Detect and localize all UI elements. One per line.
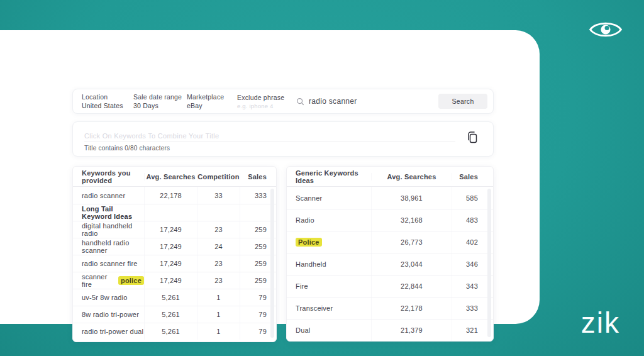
table-header-row: Generic Keywords IdeasAvg. SearchesSales — [287, 167, 493, 187]
table-row[interactable]: scanner fire police17,24923259 — [73, 272, 276, 289]
value-cell: 33 — [197, 187, 240, 204]
keyword-cell[interactable]: radio tri-power dual — [73, 323, 144, 340]
title-builder-panel: Click On Keywords To Combine Your Title … — [72, 121, 494, 157]
keyword-cell[interactable]: Transceiver — [287, 298, 371, 319]
highlighted-keyword: Police — [296, 238, 322, 247]
search-button[interactable]: Search — [438, 94, 487, 109]
filter-bar: Location United States Sale date range 3… — [72, 89, 494, 114]
field-label: Marketplace — [187, 93, 237, 101]
table-row[interactable]: Dual21,379321 — [287, 319, 493, 341]
keyword-cell[interactable]: Fire — [287, 275, 371, 297]
highlighted-keyword: police — [118, 276, 144, 285]
value-cell: 23 — [197, 272, 240, 289]
search-icon — [296, 97, 304, 106]
value-cell: 21,379 — [371, 320, 452, 341]
scrollbar[interactable] — [270, 189, 274, 338]
table-row[interactable]: Transceiver22,178333 — [287, 297, 493, 319]
value-cell: 26,773 — [371, 231, 452, 253]
field-value: eBay — [187, 102, 237, 109]
keyword-cell[interactable]: Handheld — [287, 253, 371, 275]
table-row[interactable]: handheld radio scanner17,24924259 — [73, 238, 276, 255]
table-row[interactable]: uv-5r 8w radio5,261179 — [73, 289, 276, 306]
value-cell: 24 — [197, 238, 240, 255]
field-value: 30 Days — [133, 102, 187, 109]
keyword-cell[interactable]: radio scanner — [73, 187, 144, 204]
value-cell: 17,249 — [144, 221, 197, 238]
value-cell: 22,178 — [144, 187, 197, 204]
field-value: United States — [82, 102, 133, 109]
value-cell — [144, 204, 197, 221]
keyword-cell[interactable]: Police — [287, 231, 371, 253]
field-label: Sale date range — [133, 93, 187, 101]
column-header: Competition — [197, 173, 240, 181]
value-cell: 17,249 — [144, 255, 197, 272]
keyword-cell[interactable]: Scanner — [287, 187, 371, 209]
value-cell: 23 — [197, 255, 240, 272]
section-row: Long Tail Keyword Ideas — [73, 204, 276, 221]
marketplace-filter[interactable]: Marketplace eBay — [187, 93, 237, 109]
search-input[interactable]: radio scanner — [309, 97, 357, 106]
keyword-cell[interactable]: uv-5r 8w radio — [73, 289, 144, 306]
generic-keywords-table: Generic Keywords IdeasAvg. SearchesSales… — [286, 166, 494, 342]
table-row[interactable]: radio scanner22,17833333 — [73, 187, 276, 204]
value-cell: 5,261 — [144, 306, 197, 323]
value-cell: 22,178 — [371, 298, 452, 319]
field-label: Exclude phrase — [237, 94, 292, 101]
title-builder-input[interactable]: Click On Keywords To Combine Your Title — [84, 130, 455, 142]
value-cell: 32,168 — [371, 209, 452, 231]
keyword-cell[interactable]: Radio — [287, 209, 371, 231]
column-header: Avg. Searches — [144, 173, 197, 181]
table-row[interactable]: Scanner38,961585 — [287, 187, 493, 209]
column-header: Keywords you provided — [73, 169, 144, 184]
app-background: Location United States Sale date range 3… — [0, 0, 644, 356]
value-cell: 17,249 — [144, 238, 197, 255]
main-card: Location United States Sale date range 3… — [0, 30, 540, 324]
keyword-cell[interactable]: Dual — [287, 320, 371, 341]
value-cell: 1 — [197, 306, 240, 323]
value-cell: 23 — [197, 221, 240, 238]
table-row[interactable]: Radio32,168483 — [287, 209, 493, 231]
value-cell: 1 — [197, 323, 240, 340]
value-cell: 5,261 — [144, 289, 197, 306]
table-row[interactable]: radio tri-power dual5,261179 — [73, 323, 276, 340]
value-cell: 23,044 — [371, 253, 452, 275]
keyword-search-box[interactable]: radio scanner — [296, 97, 357, 106]
title-builder-placeholder: Click On Keywords To Combine Your Title — [84, 132, 219, 140]
column-header: Avg. Searches — [371, 173, 452, 181]
zik-logo: zik — [581, 306, 620, 340]
column-header: Sales — [240, 173, 276, 181]
location-filter[interactable]: Location United States — [82, 93, 133, 109]
value-cell: 38,961 — [371, 187, 452, 209]
scrollbar[interactable] — [487, 189, 491, 337]
keyword-cell[interactable]: scanner fire police — [73, 272, 144, 289]
keyword-cell[interactable]: digital handheld radio — [73, 221, 144, 238]
exclude-phrase-placeholder: e.g. iphone 4 — [237, 103, 292, 109]
zik-eye-icon — [589, 19, 623, 40]
table-row[interactable]: Police26,773402 — [287, 231, 493, 253]
value-cell: 17,249 — [144, 272, 197, 289]
value-cell: 22,844 — [371, 275, 452, 297]
table-row[interactable]: Handheld23,044346 — [287, 253, 493, 275]
table-row[interactable]: Fire22,844343 — [287, 275, 493, 297]
title-character-counter: Title contains 0/80 characters — [84, 145, 170, 152]
table-body: Scanner38,961585Radio32,168483Police26,7… — [287, 187, 493, 341]
value-cell: 1 — [197, 289, 240, 306]
keyword-cell[interactable]: handheld radio scanner — [73, 238, 144, 255]
table-row[interactable]: 8w radio tri-power5,261179 — [73, 306, 276, 323]
field-label: Location — [82, 93, 133, 101]
copy-icon[interactable] — [465, 131, 479, 146]
table-body: radio scanner22,17833333Long Tail Keywor… — [73, 187, 276, 340]
table-header-row: Keywords you providedAvg. SearchesCompet… — [73, 167, 276, 187]
table-row[interactable]: radio scanner fire17,24923259 — [73, 255, 276, 272]
keyword-cell[interactable]: radio scanner fire — [73, 255, 144, 272]
value-cell: 5,261 — [144, 323, 197, 340]
value-cell — [197, 204, 240, 221]
column-header: Generic Keywords Ideas — [287, 169, 371, 184]
exclude-phrase-field[interactable]: Exclude phrase e.g. iphone 4 — [237, 94, 292, 109]
sale-date-range-filter[interactable]: Sale date range 30 Days — [133, 93, 187, 109]
table-row[interactable]: digital handheld radio17,24923259 — [73, 221, 276, 238]
provided-keywords-table: Keywords you providedAvg. SearchesCompet… — [72, 166, 277, 342]
section-label: Long Tail Keyword Ideas — [73, 204, 144, 221]
keyword-cell[interactable]: 8w radio tri-power — [73, 306, 144, 323]
column-header: Sales — [452, 173, 493, 181]
